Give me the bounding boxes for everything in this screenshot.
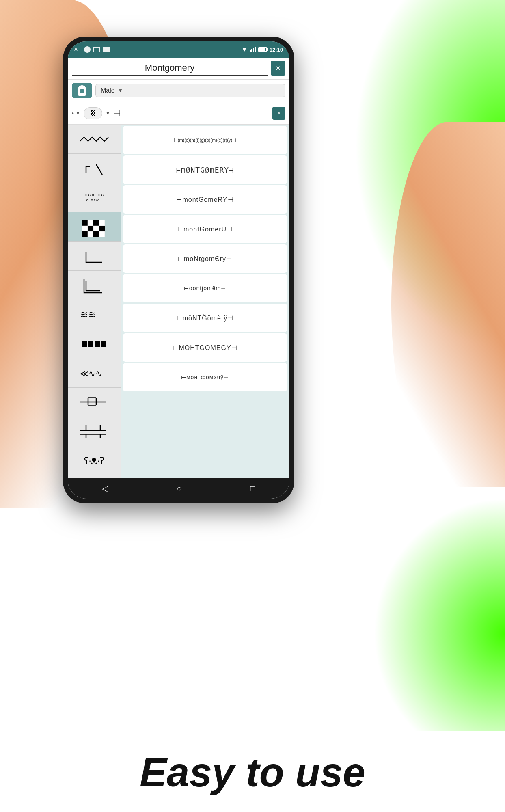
sidebar-item-5[interactable]	[68, 271, 121, 300]
style-dropdown[interactable]: ▼	[106, 110, 110, 116]
svg-rect-11	[93, 231, 99, 237]
double-corner-icon	[78, 277, 110, 294]
navigation-bar: ◁ ○ □	[68, 478, 289, 499]
sidebar-item-4[interactable]	[68, 242, 121, 271]
font-sidebar: .oOo..oOo.oOo.	[68, 125, 121, 499]
sidebar-item-1[interactable]	[68, 154, 121, 183]
status-bar: A ▼ 12:10	[68, 41, 289, 58]
wave-left-icon: ≪∿∿	[78, 365, 110, 381]
size-arrow: ▼	[76, 110, 80, 116]
recent-button[interactable]: □	[250, 484, 255, 493]
font-text-0: ⊢(m)(o)(n)(t)(g)(o)(m)(e)(r)(y)⊣	[174, 138, 236, 143]
font-list-item-2[interactable]: ⊢montGomeRY⊣	[123, 185, 287, 214]
sidebar-item-11[interactable]: ʕ·ᴥ·ʔ	[68, 446, 121, 475]
corner-icon	[78, 248, 110, 264]
svg-rect-6	[88, 226, 93, 231]
bottom-tagline: Easy to use	[0, 749, 505, 796]
svg-rect-8	[99, 226, 105, 231]
sidebar-item-3[interactable]	[68, 212, 121, 242]
home-button[interactable]: ○	[177, 484, 181, 493]
search-input-container: Montgomery	[72, 61, 268, 76]
dots-pattern-icon: .oOo..oOo.oOo.	[84, 192, 105, 203]
svg-rect-2	[88, 220, 93, 226]
svg-rect-4	[99, 220, 105, 226]
font-list-item-6[interactable]: ⊢möNTĞömèrÿ⊣	[123, 304, 287, 332]
person-icon	[78, 85, 86, 96]
sidebar-item-9[interactable]	[68, 388, 121, 417]
sidebar-item-2[interactable]: .oOo..oOo.oOo.	[68, 183, 121, 212]
font-list-item-4[interactable]: ⊢moNtgomЄry⊣	[123, 244, 287, 273]
check-icon	[93, 47, 100, 52]
wave-icon	[78, 131, 110, 147]
phone-device: A ▼ 12:10	[63, 37, 294, 503]
gender-button[interactable]	[72, 83, 92, 98]
font-list-item-1[interactable]: ⊢mØNTGØmERY⊣	[123, 155, 287, 184]
controls-close-button[interactable]: ×	[272, 107, 285, 120]
tee2-icon	[78, 422, 110, 441]
size-value: •	[72, 110, 74, 117]
wifi-icon: ▼	[242, 46, 247, 53]
app-content: .oOo..oOo.oOo.	[68, 125, 289, 499]
status-bar-right: ▼ 12:10	[242, 46, 283, 53]
gender-dropdown[interactable]: Male ▼	[95, 84, 285, 97]
font-text-7: ⊢МОНТGОМЕGY⊣	[173, 344, 237, 352]
font-list-item-8[interactable]: ⊢монтфомэяÿ⊣	[123, 363, 287, 391]
battery-icon	[258, 47, 267, 52]
font-text-5: ⊢oonțjomēm⊣	[184, 285, 226, 292]
hand-right	[391, 122, 505, 487]
search-input[interactable]: Montgomery	[72, 63, 268, 73]
link-icon: ⛓	[90, 110, 96, 117]
corner-slash-icon	[78, 160, 110, 177]
sidebar-item-0[interactable]	[68, 125, 121, 154]
font-list-item-0[interactable]: ⊢(m)(o)(n)(t)(g)(o)(m)(e)(r)(y)⊣	[123, 126, 287, 154]
border-icon: ⊣	[114, 108, 121, 118]
bg-green-bottom-right	[363, 487, 505, 731]
circle-icon	[84, 46, 91, 53]
link-button[interactable]: ⛓	[84, 107, 102, 119]
svg-rect-3	[93, 220, 99, 226]
font-list: ⊢(m)(o)(n)(t)(g)(o)(m)(e)(r)(y)⊣ ⊢mØNTGØ…	[121, 125, 289, 499]
status-bar-left: A	[74, 46, 110, 53]
svg-rect-5	[82, 226, 88, 231]
phone-screen: A ▼ 12:10	[68, 41, 289, 499]
search-close-button[interactable]: ×	[271, 61, 285, 76]
font-text-2: ⊢montGomeRY⊣	[176, 196, 233, 203]
clipboard-icon	[103, 47, 110, 52]
style-arrow: ▼	[106, 110, 110, 116]
gender-dropdown-arrow: ▼	[118, 88, 123, 93]
svg-text:≪∿∿: ≪∿∿	[80, 369, 102, 378]
blocks-icon	[82, 341, 106, 347]
font-text-6: ⊢möNTĞömèrÿ⊣	[177, 314, 233, 322]
bear-face-icon: ʕ·ᴥ·ʔ	[84, 456, 104, 466]
svg-rect-10	[88, 231, 93, 237]
tee-icon	[78, 393, 110, 411]
sidebar-item-8[interactable]: ≪∿∿	[68, 358, 121, 388]
font-text-1: ⊢mØNTGØmERY⊣	[176, 166, 234, 174]
font-list-item-3[interactable]: ⊢montGomerU⊣	[123, 215, 287, 243]
font-text-3: ⊢montGomerU⊣	[177, 225, 233, 233]
signal-icon	[250, 47, 256, 52]
squiggle-icon: ≋≋	[78, 307, 110, 323]
sidebar-item-10[interactable]	[68, 417, 121, 446]
gender-label: Male	[101, 87, 115, 94]
status-time: 12:10	[270, 47, 283, 53]
svg-line-0	[96, 164, 102, 175]
font-text-8: ⊢монтфомэяÿ⊣	[181, 374, 229, 380]
size-dropdown[interactable]: • ▼	[72, 110, 80, 117]
controls-bar-2: • ▼ ⛓ ▼ ⊣ ×	[68, 102, 289, 125]
back-button[interactable]: ◁	[102, 484, 108, 493]
svg-rect-7	[93, 226, 99, 231]
svg-rect-1	[82, 220, 88, 226]
font-list-item-7[interactable]: ⊢МОНТGОМЕGY⊣	[123, 333, 287, 362]
sidebar-item-6[interactable]: ≋≋	[68, 300, 121, 329]
search-bar-area: Montgomery ×	[68, 58, 289, 79]
sidebar-item-7[interactable]	[68, 329, 121, 358]
font-list-item-5[interactable]: ⊢oonțjomēm⊣	[123, 274, 287, 302]
svg-text:≋≋: ≋≋	[80, 309, 96, 320]
pixel-chess-icon	[80, 217, 108, 237]
svg-rect-9	[82, 231, 88, 237]
controls-bar-1: Male ▼	[68, 79, 289, 102]
a-icon: A	[74, 47, 82, 52]
font-text-4: ⊢moNtgomЄry⊣	[178, 255, 232, 263]
svg-rect-12	[99, 231, 105, 237]
